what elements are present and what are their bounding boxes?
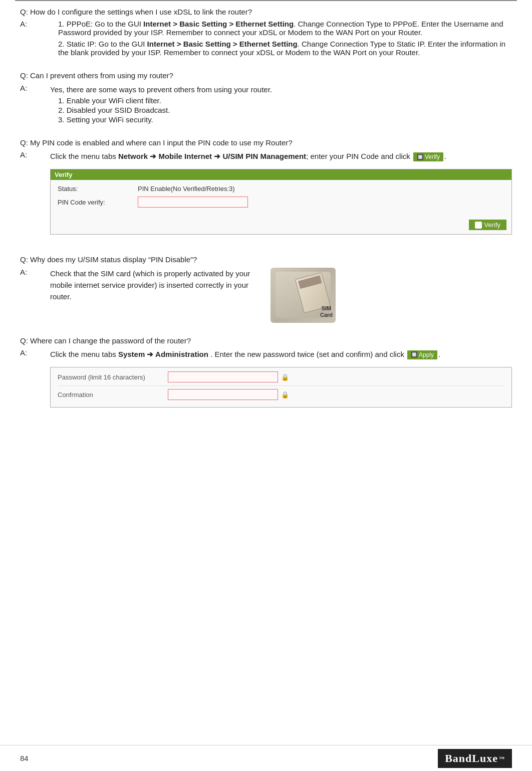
answer-password: A: Click the menu tabs System ➔ Administ… [20,348,512,408]
answer-xdsl: A: 1. PPPoE: Go to the GUI Internet > Ba… [20,20,512,58]
answer-content-pincode: Click the menu tabs Network ➔ Mobile Int… [50,150,512,242]
verify-submit-button[interactable]: Verify [469,220,506,230]
apply-icon: 🔲 [411,351,418,358]
verify-box-body: Status: PIN Enable(No Verified/Retries:3… [51,180,511,217]
prevent-list-2: 2. Disabled your SSID Broadcast. [58,106,512,114]
verify-status-value: PIN Enable(No Verified/Retries:3) [138,185,504,192]
brand-name: BandLuxe [445,752,498,765]
admin-confirm-label: Confrmation [58,391,168,399]
qa-block-pin-disable: Q: Why does my U/SIM status display “PIN… [20,254,512,322]
qa-block-pincode: Q: My PIN code is enabled and where can … [20,137,512,242]
question-xdsl: Q: How do I configure the settings when … [20,6,512,18]
admin-confirm-row: Confrmation 🔒 [58,389,504,403]
admin-password-icon: 🔒 [281,373,289,381]
question-pincode: Q: My PIN code is enabled and where can … [20,137,512,148]
admin-password-label: Password (limit 16 characters) [58,373,168,381]
answer-content-prevent: Yes, there are some ways to prevent othe… [50,84,512,125]
question-password: Q: Where can I change the password of th… [20,335,512,346]
verify-ui-box: Verify Status: PIN Enable(No Verified/Re… [50,169,512,235]
verify-box-header: Verify [51,169,511,180]
answer-content-password: Click the menu tabs System ➔ Administrat… [50,348,512,408]
main-content: Q: How do I configure the settings when … [0,1,532,460]
verify-pin-label: PIN Code verify: [58,199,138,206]
question-prevent: Q: Can I prevent others from using my ro… [20,70,512,81]
qa-block-prevent: Q: Can I prevent others from using my ro… [20,70,512,125]
admin-ui-box: Password (limit 16 characters) 🔒 Confrma… [50,367,512,408]
qa-block-password: Q: Where can I change the password of th… [20,335,512,408]
admin-password-row: Password (limit 16 characters) 🔒 [58,371,504,386]
answer-label-prevent: A: [20,84,50,125]
answer-label-pin-disable: A: [20,268,50,323]
prevent-list-1: 1. Enable your WiFi client filter. [58,96,512,105]
admin-box-body: Password (limit 16 characters) 🔒 Confrma… [51,367,511,407]
answer-content-xdsl: 1. PPPoE: Go to the GUI Internet > Basic… [50,20,512,58]
prevent-list-3: 3. Setting your WiFi security. [58,115,512,124]
answer-content-pin-disable: Check that the SIM card (which is proper… [50,268,512,323]
question-pin-disable: Q: Why does my U/SIM status display “PIN… [20,254,512,265]
admin-confirm-input[interactable] [168,389,278,400]
verify-status-row: Status: PIN Enable(No Verified/Retries:3… [58,185,504,192]
qa-block-xdsl: Q: How do I configure the settings when … [20,6,512,58]
inline-verify-button[interactable]: 🔲 Verify [413,152,443,161]
page-number: 84 [20,754,29,762]
answer-pin-disable: A: Check that the SIM card (which is pro… [20,268,512,323]
sim-text: Check that the SIM card (which is proper… [50,268,260,303]
verify-pin-input[interactable] [138,197,248,208]
inline-apply-button[interactable]: 🔲 Apply [407,350,437,359]
answer-pincode: A: Click the menu tabs Network ➔ Mobile … [20,150,512,242]
verify-box-footer: Verify [51,217,511,234]
verify-status-label: Status: [58,185,138,192]
page-footer: 84 BandLuxe™ [0,745,532,771]
answer-label-pincode: A: [20,150,50,242]
sim-card-image: SIMCard [271,268,336,323]
lock-icon: 🔲 [417,154,424,160]
answer-item-2: 2. Static IP: Go to the GUI Internet > B… [58,40,512,57]
brand-logo: BandLuxe™ [438,749,512,768]
answer-label-password: A: [20,348,50,408]
admin-password-input[interactable] [168,371,278,382]
sim-section: Check that the SIM card (which is proper… [50,268,512,323]
answer-prevent: A: Yes, there are some ways to prevent o… [20,84,512,125]
answer-item-1: 1. PPPoE: Go to the GUI Internet > Basic… [58,20,512,37]
verify-btn-icon [475,222,482,229]
admin-confirm-icon: 🔒 [281,391,289,399]
brand-tm: ™ [499,755,505,761]
answer-label-xdsl: A: [20,20,50,58]
verify-pin-row: PIN Code verify: [58,197,504,208]
